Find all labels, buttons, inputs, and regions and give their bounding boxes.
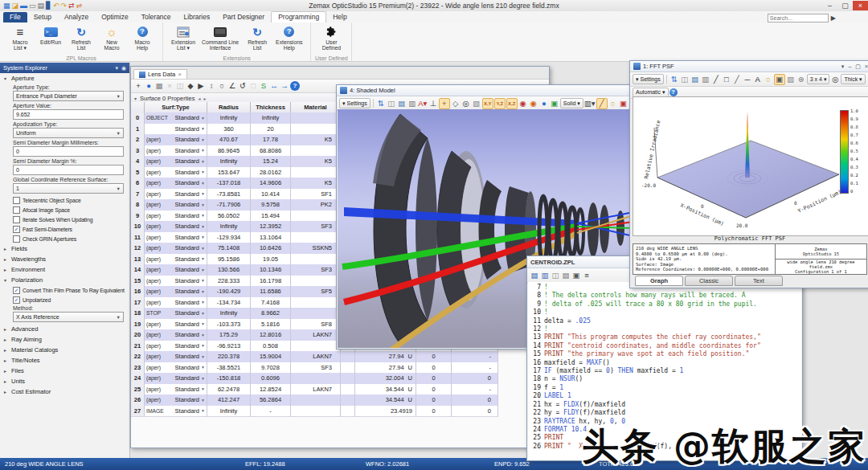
gear-icon[interactable]: ⊛ — [796, 75, 806, 84]
material-cell[interactable] — [291, 406, 341, 418]
surf-type-cell[interactable]: Standard▼ — [145, 124, 207, 136]
row-number-cell[interactable]: 16 — [131, 286, 145, 298]
edit-runbutton[interactable]: >_Edit/Run — [36, 24, 65, 46]
row-number-cell[interactable]: 3 — [131, 145, 145, 157]
option-icon[interactable]: ▣ — [571, 271, 581, 280]
insert-surface-icon[interactable]: + — [133, 81, 143, 91]
sidebar-section-cost-estimator[interactable]: ▸Cost Estimator — [0, 386, 129, 397]
surface-type-dropdown[interactable]: Standard▼ — [175, 169, 205, 176]
material-cell[interactable]: LAKN7 — [291, 329, 341, 341]
command-line-interfacebutton[interactable]: Command Line Interface — [199, 24, 241, 51]
radius-cell[interactable]: Infinity — [207, 308, 251, 320]
row-number-cell[interactable]: 25 — [131, 384, 145, 396]
rotate-left-icon[interactable]: ◉ — [518, 99, 528, 108]
surface-type-dropdown[interactable]: Standard▼ — [175, 157, 205, 165]
insert-after-icon[interactable]: ● — [144, 81, 154, 91]
row-number-cell[interactable]: 12 — [131, 243, 145, 255]
material-cell[interactable]: SF8 — [291, 319, 341, 331]
semi-diameter-cell[interactable]: 34.544U — [355, 394, 416, 407]
conic-cell[interactable]: 0 — [416, 351, 452, 363]
material-cell[interactable]: SSKN5 — [291, 243, 341, 255]
radius-cell[interactable]: 95.1586 — [207, 254, 251, 266]
maximize-button[interactable]: ▢ — [837, 1, 853, 10]
refresh-listbutton[interactable]: ↻Refresh List — [67, 24, 96, 51]
collapse-icon[interactable]: ▾ — [134, 96, 137, 101]
surface-type-dropdown[interactable]: Standard▼ — [175, 342, 205, 349]
checkbox-convert-thin-film-phase-to-ray-equivalent[interactable]: ✓Convert Thin Film Phase To Ray Equivale… — [0, 285, 129, 295]
layers-icon[interactable]: ▨ — [786, 75, 796, 84]
row-number-cell[interactable]: 21 — [131, 341, 145, 353]
semi-diameter-cell[interactable]: 34.544U — [355, 384, 416, 396]
row-number-cell[interactable]: 7 — [131, 189, 145, 201]
tab-lens-data[interactable]: Lens Data × — [133, 69, 187, 79]
panel-pin-icon[interactable]: ◉ — [121, 65, 126, 72]
surface-type-dropdown[interactable]: Standard▼ — [175, 396, 205, 403]
user-definedbutton[interactable]: User Defined — [317, 24, 346, 51]
view-xy-button[interactable]: X,Y — [482, 98, 493, 109]
surf-type-cell[interactable]: (aper)Standard▼ — [145, 178, 207, 190]
table-row[interactable]: 23(aper)Standard▼-38.55219.7028SF327.94U… — [131, 362, 498, 374]
surface-type-dropdown[interactable]: Standard▼ — [175, 364, 205, 371]
surf-type-cell[interactable]: (aper)Standard▼ — [145, 210, 207, 223]
thickness-cell[interactable]: 9.7028 — [251, 362, 291, 374]
coating-cell[interactable] — [341, 406, 355, 418]
sidebar-section-wavelengths[interactable]: ▸Wavelengths — [0, 254, 129, 264]
edit-icon[interactable]: ╱ — [596, 98, 608, 109]
dash-icon[interactable]: ─ — [743, 75, 752, 84]
row-number-cell[interactable]: 4 — [131, 156, 145, 168]
material-cell[interactable] — [291, 112, 341, 125]
row-number-cell[interactable]: 8 — [131, 199, 145, 211]
sidebar-section-aperture[interactable]: ▾Aperture — [0, 73, 129, 84]
cut-icon[interactable]: × — [165, 81, 174, 91]
checkbox-box[interactable] — [13, 235, 20, 243]
save-icon[interactable]: ▤ — [397, 99, 407, 108]
tce-cell[interactable]: - — [452, 362, 498, 374]
surface-type-dropdown[interactable]: Standard▼ — [175, 212, 205, 219]
row-number-cell[interactable]: 1 — [131, 124, 145, 136]
material-cell[interactable]: K5 — [291, 156, 341, 168]
input-semi-diameter-margin-millimeters-[interactable]: 0 — [13, 146, 124, 157]
row-number-cell[interactable]: 15 — [131, 276, 145, 288]
line-icon[interactable]: ╱ — [711, 75, 721, 84]
thickness-cell[interactable]: 14.9606 — [251, 178, 291, 190]
sidebar-section-fields[interactable]: ▸Fields — [0, 243, 129, 254]
target-icon[interactable]: ◎ — [830, 75, 840, 84]
extension-list-button[interactable]: Extension List ▾ — [169, 24, 198, 51]
settings-d ropdown[interactable]: ▾ Settings — [633, 74, 664, 84]
globe-icon[interactable]: ● — [539, 99, 549, 108]
menu-tab-setup[interactable]: Setup — [27, 12, 58, 22]
column-header[interactable]: Thickness — [251, 102, 291, 114]
rectangle-icon[interactable]: □ — [722, 75, 731, 84]
menu-tab-file[interactable]: File — [3, 12, 27, 22]
material-cell[interactable]: SF5 — [291, 286, 341, 298]
list-icon[interactable]: ≡ — [582, 271, 592, 280]
aperture-icon[interactable]: ○ — [217, 81, 227, 91]
surface-type-dropdown[interactable]: Standard▼ — [175, 386, 205, 393]
menu-tab-libraries[interactable]: Libraries — [178, 12, 217, 22]
radius-cell[interactable]: 175.29 — [207, 329, 251, 341]
radius-cell[interactable]: 75.1408 — [207, 243, 251, 255]
coating-cell[interactable] — [341, 384, 355, 396]
conic-cell[interactable]: 0 — [416, 373, 452, 385]
surface-type-dropdown[interactable]: Standard▼ — [175, 309, 205, 317]
column-header[interactable]: Surf:Type — [145, 102, 207, 114]
arrow-icon[interactable]: ╱ — [732, 75, 742, 84]
run-icon[interactable]: ▶ — [196, 81, 206, 91]
print-icon[interactable]: ▥ — [701, 75, 710, 84]
radius-cell[interactable]: 220.378 — [207, 351, 251, 363]
thickness-cell[interactable]: 68.8086 — [251, 145, 291, 157]
sidebar-section-advanced[interactable]: ▸Advanced — [0, 324, 129, 334]
thickness-cell[interactable]: 12.8524 — [251, 384, 291, 396]
surf-type-cell[interactable]: (aper)Standard▼ — [145, 362, 207, 374]
grid-icon[interactable]: ▣ — [550, 99, 559, 108]
radius-cell[interactable]: 130.566 — [207, 264, 251, 276]
surf-type-cell[interactable]: (aper)Standard▼ — [145, 394, 207, 407]
thickness-cell[interactable]: 10.1346 — [251, 264, 291, 276]
text-icon[interactable]: A — [753, 75, 763, 84]
input-semi-diameter-margin-[interactable]: 0 — [13, 165, 124, 175]
radius-cell[interactable]: Infinity — [207, 156, 251, 168]
menu-tab-help[interactable]: Help — [326, 12, 353, 22]
lightbulb-icon[interactable]: ○ — [764, 75, 773, 84]
radius-cell[interactable]: -96.9213 — [207, 341, 251, 353]
refresh-icon[interactable]: ⇅ — [669, 75, 679, 84]
